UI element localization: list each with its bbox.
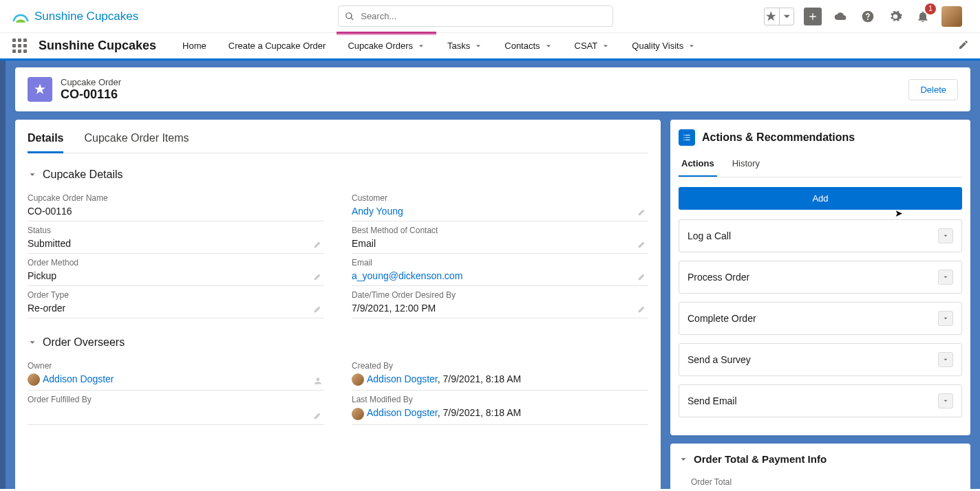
actions-icon	[679, 129, 695, 146]
field-desired-by: Date/Time Order Desired By 7/9/2021, 12:…	[352, 290, 648, 318]
modified-by-link[interactable]: Addison Dogster	[367, 407, 438, 418]
nav-label: Quality Visits	[632, 41, 683, 51]
nav-item-cupcake-orders[interactable]: Cupcake Orders	[337, 34, 436, 58]
user-avatar[interactable]	[941, 6, 962, 27]
tab-cupcake-order-items[interactable]: Cupcake Order Items	[84, 132, 189, 153]
tab-details[interactable]: Details	[28, 132, 63, 153]
notifications-button[interactable]: 1	[914, 8, 932, 25]
section-title: Cupcake Details	[43, 168, 123, 181]
star-icon	[33, 83, 47, 96]
change-owner-icon[interactable]	[313, 376, 323, 386]
avatar-icon	[352, 373, 364, 386]
favorites-button[interactable]	[764, 8, 794, 25]
action-label: Complete Order	[688, 313, 756, 324]
global-search	[338, 6, 613, 27]
brand-name: Sunshine Cupcakes	[34, 10, 138, 23]
field-contact-method: Best Method of Contact Email	[352, 226, 648, 254]
triangle-down-icon	[942, 397, 949, 404]
side-tab-actions[interactable]: Actions	[679, 154, 717, 177]
setup-button[interactable]	[886, 8, 904, 25]
action-dropdown[interactable]	[938, 311, 953, 326]
customer-link[interactable]: Andy Young	[352, 206, 403, 217]
action-dropdown[interactable]	[938, 393, 953, 408]
chevron-down-icon	[474, 42, 482, 50]
action-list: Log a CallProcess OrderComplete OrderSen…	[679, 219, 962, 417]
edit-icon[interactable]	[313, 239, 323, 249]
created-by-link[interactable]: Addison Dogster	[367, 373, 438, 384]
cloud-icon	[833, 10, 847, 23]
action-dropdown[interactable]	[938, 352, 953, 367]
field-status: Status Submitted	[28, 226, 324, 254]
chevron-down-icon	[28, 170, 37, 179]
edit-icon[interactable]	[637, 304, 647, 314]
avatar-icon	[352, 408, 364, 420]
nav-label: Create a Cupcake Order	[228, 41, 326, 51]
side-tab-history[interactable]: History	[729, 154, 763, 177]
action-process-order[interactable]: Process Order	[679, 261, 962, 294]
edit-nav-button[interactable]	[958, 39, 969, 52]
nav-item-create-a-cupcake-order[interactable]: Create a Cupcake Order	[217, 34, 337, 58]
actions-card: Actions & Recommendations ActionsHistory…	[670, 120, 970, 435]
chevron-down-icon	[780, 10, 793, 23]
help-button[interactable]	[859, 8, 877, 25]
edit-icon[interactable]	[313, 304, 323, 314]
section-order-overseers[interactable]: Order Overseers	[28, 336, 648, 349]
nav-label: Cupcake Orders	[348, 41, 413, 51]
list-icon	[682, 133, 692, 142]
star-icon	[765, 10, 778, 23]
nav-item-tasks[interactable]: Tasks	[436, 34, 493, 58]
action-dropdown[interactable]	[938, 228, 953, 243]
action-label: Log a Call	[688, 230, 731, 241]
email-link[interactable]: a_young@dickenson.com	[352, 270, 462, 281]
add-action-button[interactable]: Add	[679, 187, 962, 210]
side-column: Actions & Recommendations ActionsHistory…	[670, 120, 970, 489]
totals-card: Order Total & Payment Info Order Total $…	[670, 444, 970, 489]
chevron-down-icon	[688, 42, 696, 50]
edit-icon[interactable]	[637, 239, 647, 249]
action-send-a-survey[interactable]: Send a Survey	[679, 343, 962, 376]
triangle-down-icon	[942, 315, 949, 322]
chevron-down-icon	[679, 455, 688, 464]
notification-badge: 1	[925, 3, 936, 14]
global-header: Sunshine Cupcakes 1	[0, 0, 980, 33]
field-email: Email a_young@dickenson.com	[352, 258, 648, 286]
nav-item-quality-visits[interactable]: Quality Visits	[621, 34, 707, 58]
action-dropdown[interactable]	[938, 270, 953, 285]
nav-label: Home	[182, 41, 206, 51]
brand-logo[interactable]: Sunshine Cupcakes	[11, 7, 138, 26]
action-complete-order[interactable]: Complete Order	[679, 302, 962, 335]
nav-items: HomeCreate a Cupcake OrderCupcake Orders…	[171, 34, 707, 58]
nav-item-csat[interactable]: CSAT	[564, 34, 621, 58]
triangle-down-icon	[942, 356, 949, 363]
record-highlights: Cupcake Order CO-00116 Delete	[15, 67, 970, 111]
nav-item-home[interactable]: Home	[171, 34, 217, 58]
edit-icon[interactable]	[313, 411, 323, 420]
field-order-method: Order Method Pickup	[28, 258, 324, 286]
action-label: Send a Survey	[688, 354, 751, 365]
field-order-name: Cupcake Order Name CO-00116	[28, 193, 324, 221]
search-icon	[345, 12, 354, 21]
salesforce-help-icon[interactable]	[831, 8, 849, 25]
triangle-down-icon	[942, 232, 949, 239]
totals-title: Order Total & Payment Info	[694, 453, 827, 465]
owner-link[interactable]: Addison Dogster	[43, 373, 114, 384]
nav-item-contacts[interactable]: Contacts	[493, 34, 563, 58]
action-send-email[interactable]: Send Email	[679, 384, 962, 417]
triangle-down-icon	[942, 274, 949, 281]
section-cupcake-details[interactable]: Cupcake Details	[28, 168, 648, 181]
chevron-down-icon	[601, 42, 610, 50]
app-launcher[interactable]	[11, 38, 28, 54]
action-label: Send Email	[688, 395, 737, 406]
global-create-button[interactable]	[804, 8, 822, 25]
search-input[interactable]	[338, 6, 613, 27]
delete-button[interactable]: Delete	[908, 79, 958, 100]
section-order-total[interactable]: Order Total & Payment Info	[679, 453, 962, 465]
edit-icon[interactable]	[313, 272, 323, 281]
action-log-a-call[interactable]: Log a Call	[679, 219, 962, 252]
action-label: Process Order	[688, 272, 749, 283]
edit-icon[interactable]	[637, 207, 647, 217]
details-fields: Cupcake Order Name CO-00116 Customer And…	[28, 193, 648, 318]
edit-icon[interactable]	[637, 272, 647, 281]
avatar-icon	[28, 373, 40, 386]
modified-ts: , 7/9/2021, 8:18 AM	[438, 407, 521, 418]
